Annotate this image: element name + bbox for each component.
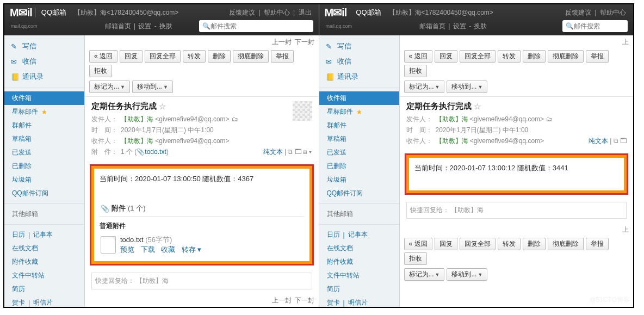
sent-link[interactable]: 已发送: [4, 146, 84, 159]
chevron-down-icon: ▼: [163, 84, 168, 90]
toolbar-top: « 返回 回复 回复全部 转发 删除 彻底删除 举报 拒收: [400, 49, 634, 81]
inbox-link[interactable]: 收件箱: [319, 91, 399, 105]
contact-card-icon[interactable]: 🗂: [546, 115, 553, 123]
calendar-link[interactable]: 日历 | 记事本: [4, 228, 84, 242]
receive-link[interactable]: ✉收信: [319, 54, 399, 69]
logo: M✉il QQ邮箱: [10, 6, 66, 19]
logo-m: M✉il: [10, 6, 32, 19]
paperclip-icon: 📎: [101, 205, 109, 213]
docs-link[interactable]: 在线文档: [4, 242, 84, 255]
watermark: @51CTO博客: [589, 295, 630, 305]
favorite-link[interactable]: 收藏: [161, 245, 175, 254]
file-icon: [101, 236, 116, 254]
inbox-link[interactable]: 收件箱: [4, 91, 84, 105]
feedback-link[interactable]: 反馈建议: [229, 9, 255, 16]
report-button[interactable]: 举报: [271, 50, 294, 63]
skin-link[interactable]: 换肤: [159, 22, 172, 30]
reply-button[interactable]: 回复: [120, 50, 143, 63]
time-value: 2020年1月7日(星期二) 中午1:00: [121, 126, 214, 134]
delete-forever-button[interactable]: 彻底删除: [233, 50, 269, 63]
subscribe-link[interactable]: QQ邮件订阅: [319, 187, 399, 200]
group-link[interactable]: 群邮件: [319, 119, 399, 132]
mail-body: 当前时间：2020-01-07 13:00:12 随机数值：3441: [406, 155, 627, 193]
contacts-link[interactable]: 📒通讯录: [4, 69, 84, 84]
settings-link[interactable]: 设置: [138, 22, 151, 30]
contacts-link[interactable]: 📒通讯录: [319, 69, 399, 84]
star-outline-icon[interactable]: ☆: [474, 102, 481, 112]
help-link[interactable]: 帮助中心: [600, 9, 626, 16]
header: M✉il QQ邮箱 【助教】海<1782400450@qq.com> 反馈建议 …: [319, 4, 634, 35]
body-text: 当前时间：2020-01-07 13:00:12 随机数值：3441: [414, 163, 619, 173]
search-box[interactable]: 🔍: [562, 20, 628, 32]
quick-reply[interactable]: 快捷回复给： 【助教】海: [406, 202, 627, 219]
avatar: [293, 101, 312, 121]
reject-button[interactable]: 拒收: [89, 65, 112, 77]
quick-reply[interactable]: 快捷回复给： 【助教】海: [91, 273, 312, 289]
sent-link[interactable]: 已发送: [319, 146, 399, 159]
move-to-button[interactable]: 移动到...▼: [132, 81, 173, 93]
reply-all-button[interactable]: 回复全部: [145, 50, 181, 63]
logo-sub: mail.qq.com: [11, 23, 38, 29]
preview-link[interactable]: 预览: [120, 245, 134, 254]
drafts-link[interactable]: 草稿箱: [319, 132, 399, 146]
to-name[interactable]: 【助教】海: [121, 137, 153, 145]
resume-link[interactable]: 简历: [4, 282, 84, 296]
compose-link[interactable]: ✎写信: [319, 39, 399, 54]
home-link[interactable]: 邮箱首页: [105, 22, 131, 30]
delete-button[interactable]: 删除: [208, 50, 231, 63]
star-outline-icon[interactable]: ☆: [159, 102, 166, 112]
starred-link[interactable]: 星标邮件 ★: [319, 105, 399, 119]
drafts-link[interactable]: 草稿箱: [4, 132, 84, 146]
plaintext-link[interactable]: 纯文本: [263, 148, 283, 156]
body-text: 当前时间：2020-01-07 13:00:50 随机数值：4367: [100, 174, 304, 184]
toolbar-top: « 返回 回复 回复全部 转发 删除 彻底删除 举报 拒收: [85, 49, 319, 81]
header-right: 反馈建议 | 帮助中心 | 退出: [227, 8, 313, 17]
help-link[interactable]: 帮助中心: [264, 9, 290, 16]
card-link[interactable]: 贺卡 | 明信片: [4, 296, 84, 307]
compose-link[interactable]: ✎写信: [4, 39, 84, 54]
toolbar-bottom: « 返回 回复 回复全部 转发 删除 彻底删除 举报 拒收: [400, 237, 634, 268]
file-size: (56字节): [145, 236, 172, 244]
receive-link[interactable]: ✉收信: [4, 54, 84, 69]
next-mail[interactable]: 下一封: [295, 38, 314, 47]
mail-window-2: M✉il QQ邮箱 【助教】海<1782400450@qq.com> 反馈建议 …: [319, 4, 634, 307]
trash-link[interactable]: 垃圾箱: [319, 173, 399, 187]
filestation-link[interactable]: 文件中转站: [4, 269, 84, 282]
user-label: 【助教】海<1782400450@qq.com>: [74, 8, 178, 17]
nav-top: 上一封 下一封: [85, 35, 319, 49]
group-link[interactable]: 群邮件: [4, 119, 84, 132]
file-name: todo.txt: [120, 236, 144, 244]
search-input[interactable]: [574, 22, 617, 30]
attach-group: 普通附件: [100, 220, 304, 232]
trash-link[interactable]: 垃圾箱: [4, 173, 84, 187]
search-input[interactable]: [210, 22, 303, 30]
forward-button[interactable]: 转发: [183, 50, 206, 63]
saveas-link[interactable]: 转存 ▾: [182, 245, 202, 254]
back-button[interactable]: « 返回: [89, 50, 117, 63]
other-mail[interactable]: 其他邮箱: [4, 207, 84, 221]
main-content: 上一封上 « 返回 回复 回复全部 转发 删除 彻底删除 举报 拒收 标记为..…: [400, 35, 634, 307]
subscribe-link[interactable]: QQ邮件订阅: [4, 187, 84, 200]
chevron-down-icon: ▼: [120, 84, 125, 90]
receive-icon: ✉: [11, 58, 19, 66]
deleted-link[interactable]: 已删除: [4, 159, 84, 173]
download-link[interactable]: 下载: [141, 245, 155, 254]
contact-card-icon[interactable]: 🗂: [232, 115, 238, 123]
feedback-link[interactable]: 反馈建议: [565, 9, 591, 16]
search-icon: 🔍: [566, 22, 574, 30]
back-button[interactable]: « 返回: [404, 50, 432, 63]
main-content: 上一封 下一封 « 返回 回复 回复全部 转发 删除 彻底删除 举报 拒收 标记…: [85, 35, 319, 307]
logout-link[interactable]: 退出: [299, 9, 312, 16]
prev-mail[interactable]: 上一封: [272, 38, 292, 47]
subject: 定期任务执行完成☆: [91, 101, 293, 112]
deleted-link[interactable]: 已删除: [319, 159, 399, 173]
from-name[interactable]: 【助教】海: [121, 115, 153, 123]
starred-link[interactable]: 星标邮件 ★: [4, 105, 84, 119]
mark-as-button[interactable]: 标记为...▼: [89, 81, 130, 93]
logo-text: QQ邮箱: [41, 8, 66, 17]
attach-inline-link[interactable]: todo.txt: [145, 148, 166, 156]
fav-link[interactable]: 附件收藏: [4, 255, 84, 269]
contacts-icon: 📒: [11, 73, 19, 81]
logo: M✉il QQ邮箱: [325, 6, 381, 19]
search-box[interactable]: 🔍: [199, 20, 313, 32]
